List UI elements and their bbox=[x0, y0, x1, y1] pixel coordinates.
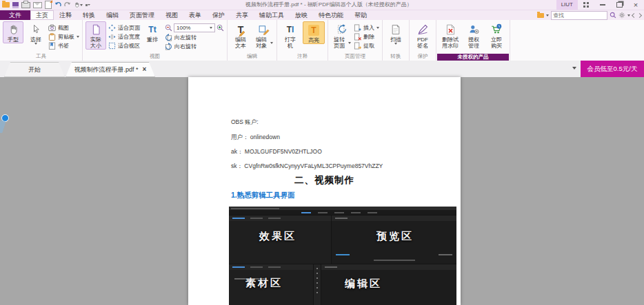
tab-page-organize[interactable]: 页面管理 bbox=[124, 10, 160, 20]
tab-form[interactable]: 表单 bbox=[183, 10, 207, 20]
edit-text-button[interactable]: T 编辑文本 bbox=[230, 21, 251, 49]
hand-tool-button[interactable]: 手型 bbox=[3, 21, 23, 43]
remove-trial-watermark-button[interactable]: 删除试用水印 bbox=[439, 21, 461, 49]
actual-size-button[interactable]: 实际大小 bbox=[85, 21, 106, 50]
zoom-level-select[interactable]: 100% bbox=[174, 23, 215, 32]
dropdown-caret bbox=[270, 42, 273, 44]
gear-icon[interactable] bbox=[618, 12, 625, 19]
layout-grid-icon[interactable] bbox=[582, 1, 590, 9]
tab-protect[interactable]: 保护 bbox=[207, 10, 230, 20]
tab-features[interactable]: 特色功能 bbox=[313, 10, 349, 20]
tab-home[interactable]: 主页 bbox=[30, 10, 54, 20]
dropdown-caret[interactable] bbox=[627, 14, 630, 17]
scan-button[interactable]: 扫描 bbox=[385, 21, 406, 45]
edit-object-button[interactable]: 编辑对象 bbox=[253, 21, 274, 49]
fit-page-button[interactable]: 适合页面 bbox=[108, 23, 140, 32]
edit-object-icon bbox=[258, 22, 270, 36]
zoom-in-icon[interactable] bbox=[217, 24, 224, 32]
clipboard-button[interactable]: 剪贴板 bbox=[48, 32, 79, 41]
rotate-left-button[interactable]: 向左旋转 bbox=[165, 33, 224, 41]
export-icon[interactable] bbox=[45, 1, 52, 9]
bookmark-button[interactable]: 书签 bbox=[48, 41, 79, 50]
tab-convert[interactable]: 转换 bbox=[77, 10, 101, 20]
tab-help[interactable]: 帮助 bbox=[349, 10, 372, 20]
tab-view[interactable]: 视图 bbox=[160, 10, 183, 20]
ribbon-group-protect: PDF签名 保护 bbox=[410, 20, 436, 61]
search-cluster bbox=[537, 11, 641, 19]
dropdown-caret bbox=[394, 43, 397, 45]
quick-access-toolbar bbox=[2, 1, 90, 9]
close-icon[interactable]: × bbox=[632, 1, 640, 9]
tab-comment[interactable]: 注释 bbox=[54, 10, 77, 20]
ribbon-filler bbox=[510, 20, 644, 61]
collapse-left-icon[interactable] bbox=[632, 12, 636, 17]
fit-width-button[interactable]: 适合宽度 bbox=[108, 32, 140, 41]
buy-now-button[interactable]: 立即购买 bbox=[486, 21, 507, 49]
ribbon-group-tools: 手型 选择 截图 剪贴板 bbox=[0, 20, 83, 61]
file-menu-button[interactable]: 文件 bbox=[0, 10, 30, 20]
save-icon[interactable] bbox=[12, 2, 19, 8]
embedded-screenshot: 效果区 预览区 素材区 编辑区 bbox=[229, 207, 456, 305]
app-window: 视频制作流程手册.pdf * - 福昕PDF编辑器个人版（未经授权的产品） LI… bbox=[0, 0, 644, 305]
more-commands-icon[interactable] bbox=[85, 4, 90, 6]
tab-list-caret[interactable] bbox=[572, 67, 576, 70]
print-icon[interactable] bbox=[21, 2, 30, 8]
pdf-page: OBS 账户: 用户： onlinedown ak： MOJLGUFDF5NV0… bbox=[188, 77, 461, 305]
shopping-cart-icon bbox=[490, 22, 503, 36]
select-tool-button[interactable]: 选择 bbox=[26, 21, 46, 45]
highlight-button[interactable]: T 高亮 bbox=[303, 21, 325, 44]
search-icon[interactable] bbox=[610, 12, 616, 19]
zoom-out-icon[interactable] bbox=[165, 24, 172, 32]
snapshot-button[interactable]: 截图 bbox=[48, 23, 79, 32]
fit-visible-button[interactable]: 适合视区 bbox=[108, 41, 140, 50]
tab-accessibility[interactable]: 辅助工具 bbox=[254, 10, 290, 20]
undo-icon[interactable] bbox=[54, 1, 61, 8]
bookmark-icon bbox=[48, 42, 56, 50]
dropdown-caret[interactable] bbox=[546, 14, 549, 17]
delete-page-button[interactable]: 删除 bbox=[354, 32, 379, 41]
rotate-pages-icon bbox=[336, 22, 348, 36]
insert-page-button[interactable]: 插入 bbox=[354, 23, 379, 32]
redo-icon[interactable] bbox=[64, 1, 71, 8]
cursor-icon bbox=[31, 22, 41, 36]
typewriter-button[interactable]: TI 打字机 bbox=[280, 21, 301, 49]
fit-visible-icon bbox=[108, 42, 116, 50]
screenshot-timeline-panel bbox=[321, 264, 456, 305]
rotate-pages-button[interactable]: 旋转页面 bbox=[331, 21, 352, 49]
minimize-icon[interactable] bbox=[598, 1, 607, 9]
doc-heading: 二、视频制作 bbox=[188, 174, 461, 187]
tab-start-page[interactable]: 开始 bbox=[4, 62, 65, 77]
ribbon-group-comment: TI 打字机 T 高亮 注释 bbox=[277, 20, 328, 61]
user-account-badge[interactable]: LIUT bbox=[556, 0, 578, 10]
search-scope-icon[interactable] bbox=[537, 13, 544, 18]
pen-icon bbox=[417, 22, 429, 36]
ribbon-group-view: 实际大小 适合页面 适合宽度 适合视区 Tt 重排 bbox=[83, 20, 228, 61]
tab-edit[interactable]: 编辑 bbox=[101, 10, 124, 20]
extract-page-button[interactable]: 提取 bbox=[354, 41, 379, 50]
tab-share[interactable]: 共享 bbox=[230, 10, 254, 20]
insert-page-icon bbox=[354, 24, 361, 32]
email-icon[interactable] bbox=[33, 2, 42, 8]
window-controls: × bbox=[582, 0, 640, 10]
tab-open-document[interactable]: 视频制作流程手册.pdf * × bbox=[66, 62, 155, 77]
zoom-column: 100% 向左旋转 向右旋转 bbox=[165, 21, 224, 50]
pdf-sign-button[interactable]: PDF签名 bbox=[412, 21, 433, 49]
tab-present[interactable]: 放映 bbox=[290, 10, 313, 20]
clipboard-icon bbox=[48, 33, 56, 41]
open-file-icon[interactable] bbox=[2, 2, 10, 8]
floating-widget[interactable] bbox=[0, 114, 8, 139]
reflow-button[interactable]: Tt 重排 bbox=[142, 21, 163, 43]
hand-tool-quick-icon[interactable] bbox=[74, 1, 83, 8]
ribbon-group-unauthorized: 删除试用水印 授权管理 立即购买 未授权的产品 bbox=[436, 20, 510, 61]
document-area[interactable]: OBS 账户: 用户： onlinedown ak： MOJLGUFDF5NV0… bbox=[0, 77, 644, 305]
close-tab-icon[interactable]: × bbox=[143, 66, 147, 73]
member-promo-banner[interactable]: 会员低至0.5元/天 bbox=[581, 61, 644, 77]
collapse-right-icon[interactable] bbox=[637, 12, 642, 17]
restore-icon[interactable] bbox=[615, 1, 623, 9]
search-input[interactable] bbox=[551, 11, 607, 20]
titlebar: 视频制作流程手册.pdf * - 福昕PDF编辑器个人版（未经授权的产品） LI… bbox=[0, 0, 644, 10]
fit-page-icon bbox=[108, 24, 116, 32]
rotate-right-button[interactable]: 向右旋转 bbox=[165, 42, 224, 50]
screenshot-toolbar-strip bbox=[314, 264, 321, 305]
license-manage-button[interactable]: 授权管理 bbox=[463, 21, 484, 49]
